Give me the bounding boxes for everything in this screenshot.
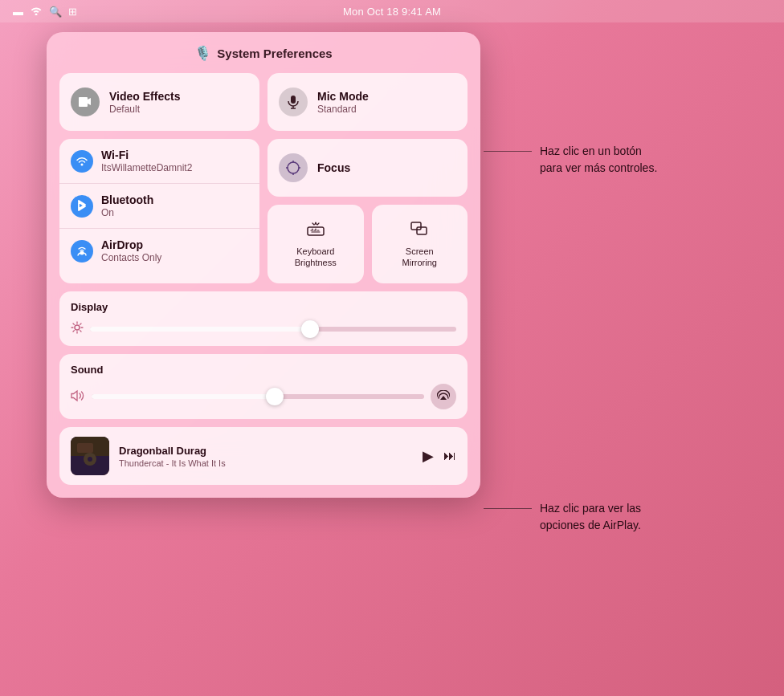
display-slider-row xyxy=(71,321,456,336)
wifi-sub: ItsWillametteDamnit2 xyxy=(101,162,192,173)
callout-line-bottom xyxy=(484,508,532,509)
bluetooth-label: Bluetooth xyxy=(101,193,153,206)
small-tiles-row: Keyboard Brightness Screen Mirroring xyxy=(267,205,468,283)
sound-slider-track[interactable] xyxy=(92,394,424,399)
callout-text-bottom: Haz clic para ver las opciones de AirPla… xyxy=(540,500,641,534)
airdrop-icon xyxy=(71,240,93,263)
video-effects-sub: Default xyxy=(109,104,180,115)
svg-point-13 xyxy=(88,457,92,462)
now-playing-controls: ▶ ⏭ xyxy=(423,447,456,465)
now-playing-title: Dragonball Durag xyxy=(119,445,413,457)
skip-forward-button[interactable]: ⏭ xyxy=(443,449,456,463)
svg-rect-8 xyxy=(417,227,427,234)
bluetooth-sub: On xyxy=(101,207,153,218)
volume-icon xyxy=(71,389,85,405)
bluetooth-item[interactable]: Bluetooth On xyxy=(59,184,259,229)
display-slider-track[interactable] xyxy=(90,327,456,332)
mic-mode-tile[interactable]: Mic Mode Standard xyxy=(267,73,468,131)
row2: Wi-Fi ItsWillametteDamnit2 Bluetooth On xyxy=(59,139,468,283)
wifi-icon xyxy=(71,150,93,173)
airdrop-item[interactable]: AirDrop Contacts Only xyxy=(59,229,259,273)
display-section: Display xyxy=(59,291,468,346)
wifi-item[interactable]: Wi-Fi ItsWillametteDamnit2 xyxy=(59,139,259,184)
panel-title-row: 🎙️ System Preferences xyxy=(59,45,468,62)
now-playing-info: Dragonball Durag Thundercat - It Is What… xyxy=(119,445,413,468)
mic-mode-icon xyxy=(279,88,308,116)
display-label: Display xyxy=(71,301,456,313)
bluetooth-icon xyxy=(71,195,93,218)
now-playing-artist: Thundercat - It Is What It Is xyxy=(119,458,413,468)
callout-line-top xyxy=(484,151,532,152)
row1: Video Effects Default Mic Mode Standard xyxy=(59,73,468,131)
video-effects-tile[interactable]: Video Effects Default xyxy=(59,73,259,131)
video-effects-text: Video Effects Default xyxy=(109,90,180,115)
mic-mode-sub: Standard xyxy=(317,104,369,115)
keyboard-brightness-tile[interactable]: Keyboard Brightness xyxy=(267,205,364,283)
screen-mirroring-icon xyxy=(410,220,428,241)
callout-top: Haz clic en un botón para ver más contro… xyxy=(484,143,657,177)
menubar-time: Mon Oct 18 9:41 AM xyxy=(343,6,441,18)
panel-title-icon: 🎙️ xyxy=(194,45,211,62)
focus-tile[interactable]: Focus xyxy=(267,139,468,197)
sound-slider-row xyxy=(71,384,456,409)
control-center-panel: 🎙️ System Preferences Video Effects Defa… xyxy=(47,32,480,498)
svg-rect-1 xyxy=(291,96,296,104)
sound-label: Sound xyxy=(71,364,456,376)
controlcenter-menu-icon[interactable]: ⊞ xyxy=(68,6,77,18)
focus-label: Focus xyxy=(317,161,350,174)
play-button[interactable]: ▶ xyxy=(423,447,434,465)
search-menu-icon[interactable]: 🔍 xyxy=(49,6,62,18)
airdrop-label: AirDrop xyxy=(101,238,161,251)
menubar-left-icons: ▬ 🔍 ⊞ xyxy=(13,5,77,18)
mic-mode-label: Mic Mode xyxy=(317,90,369,103)
screen-mirroring-tile[interactable]: Screen Mirroring xyxy=(372,205,468,283)
keyboard-brightness-label: Keyboard Brightness xyxy=(295,246,337,269)
sound-section: Sound xyxy=(59,354,468,419)
mic-mode-text: Mic Mode Standard xyxy=(317,90,369,115)
callout-bottom: Haz clic para ver las opciones de AirPla… xyxy=(484,500,641,534)
svg-rect-7 xyxy=(411,222,421,230)
panel-title-text: System Preferences xyxy=(217,47,332,60)
brightness-icon xyxy=(71,321,84,336)
airplay-button[interactable] xyxy=(431,384,456,409)
album-art xyxy=(71,437,109,475)
keyboard-brightness-icon xyxy=(307,220,325,241)
wifi-label: Wi-Fi xyxy=(101,149,192,161)
airdrop-text: AirDrop Contacts Only xyxy=(101,238,161,263)
airdrop-sub: Contacts Only xyxy=(101,252,161,263)
svg-rect-14 xyxy=(77,443,93,453)
menubar: Mon Oct 18 9:41 AM ▬ 🔍 ⊞ xyxy=(0,0,784,22)
video-effects-label: Video Effects xyxy=(109,90,180,103)
right-col: Focus Keyboard Brightness xyxy=(267,139,468,283)
video-effects-icon xyxy=(71,88,100,116)
wifi-menu-icon xyxy=(30,5,43,18)
callout-text-top: Haz clic en un botón para ver más contro… xyxy=(540,143,657,177)
wifi-text: Wi-Fi ItsWillametteDamnit2 xyxy=(101,149,192,173)
now-playing-section: Dragonball Durag Thundercat - It Is What… xyxy=(59,427,468,485)
focus-icon xyxy=(279,153,308,182)
bluetooth-text: Bluetooth On xyxy=(101,193,153,218)
svg-point-4 xyxy=(81,164,84,166)
network-group-tile[interactable]: Wi-Fi ItsWillametteDamnit2 Bluetooth On xyxy=(59,139,259,283)
battery-icon: ▬ xyxy=(13,6,23,18)
screen-mirroring-label: Screen Mirroring xyxy=(402,246,437,269)
svg-point-9 xyxy=(75,325,80,330)
